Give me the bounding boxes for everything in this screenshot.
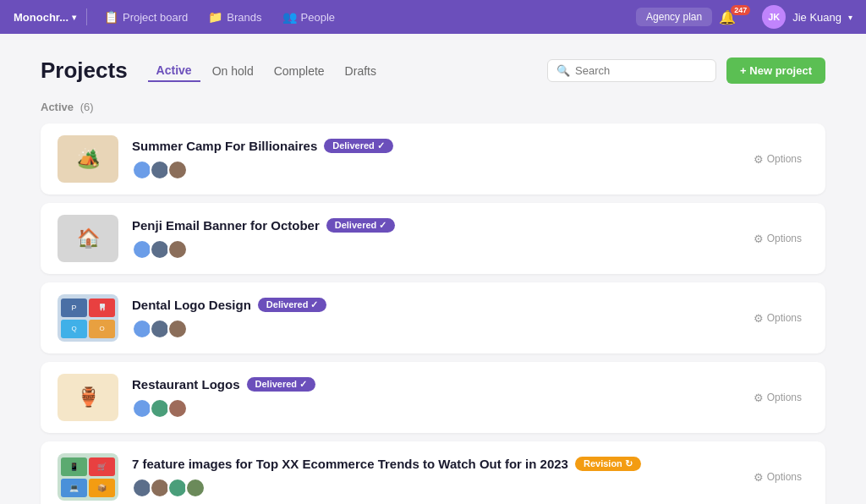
user-avatar: JK [762,5,786,29]
status-badge: Delivered ✓ [258,298,327,312]
notification-area: 🔔 247 [719,9,755,25]
section-label: Active (6) [41,101,825,113]
avatar-group [132,160,733,180]
people-label: People [301,11,335,24]
brand[interactable]: Monochr... ▾ [14,11,76,24]
project-thumb: 🏺 [58,374,118,421]
search-icon: 🔍 [556,64,570,77]
project-name: Penji Email Banner for October Delivered… [132,218,733,233]
avatar [167,239,188,260]
gear-icon: ⚙ [754,233,764,245]
brands-label: Brands [227,11,261,24]
gear-icon: ⚙ [754,153,764,166]
project-info: 7 feature images for Top XX Ecommerce Tr… [132,457,733,498]
gear-icon: ⚙ [754,471,764,484]
options-button[interactable]: ⚙ Options [747,309,808,328]
avatar-group [132,239,733,260]
search-input[interactable] [575,64,707,77]
nav-brands[interactable]: 📁 Brands [201,10,268,24]
notification-badge: 247 [731,5,750,15]
project-thumb: 📱 🛒 💻 📦 [58,453,118,501]
table-row: 🏕️ Summer Camp For Billionaires Delivere… [41,123,825,194]
avatar [167,160,188,180]
project-info: Dental Logo Design Delivered ✓ [132,298,733,339]
status-badge: Delivered ✓ [324,139,393,153]
project-thumb: P 🦷 Q O [58,294,118,342]
project-list: 🏕️ Summer Camp For Billionaires Delivere… [41,123,825,504]
nav-separator-1 [86,8,87,25]
avatar [167,319,188,339]
project-board-icon: 📋 [104,10,118,24]
avatar-group [132,478,733,498]
user-dropdown-icon[interactable]: ▾ [848,13,852,22]
status-badge: Delivered ✓ [326,218,396,233]
main-content: Projects Active On hold Complete Drafts … [0,34,866,504]
project-info: Restaurant Logos Delivered ✓ [132,377,733,419]
status-badge: Revision ↻ [575,457,641,471]
avatar-group [132,319,733,339]
brand-label: Monochr... [14,11,69,24]
options-button[interactable]: ⚙ Options [747,388,808,408]
brand-dropdown-icon: ▾ [72,13,76,22]
tab-complete[interactable]: Complete [266,61,333,81]
table-row: 📱 🛒 💻 📦 7 feature images for Top XX Ecom… [41,441,825,504]
people-icon: 👥 [282,10,297,24]
options-button[interactable]: ⚙ Options [747,468,808,487]
avatar-group [132,398,733,419]
section-title: Active [41,101,74,113]
gear-icon: ⚙ [754,392,764,404]
user-name: Jie Kuang [792,11,841,24]
page-title: Projects [41,58,128,84]
agency-plan-button[interactable]: Agency plan [636,8,712,26]
tab-drafts[interactable]: Drafts [337,61,385,81]
project-info: Penji Email Banner for October Delivered… [132,218,733,260]
status-badge: Delivered ✓ [247,377,316,392]
nav-project-board[interactable]: 📋 Project board [97,10,195,24]
nav-people[interactable]: 👥 People [276,10,342,24]
project-name: 7 feature images for Top XX Ecommerce Tr… [132,457,733,471]
options-button[interactable]: ⚙ Options [747,150,808,169]
tab-active[interactable]: Active [148,60,200,82]
project-name: Summer Camp For Billionaires Delivered ✓ [132,139,733,153]
page-header: Projects Active On hold Complete Drafts … [41,58,825,84]
table-row: 🏠 Penji Email Banner for October Deliver… [41,203,825,274]
project-name: Dental Logo Design Delivered ✓ [132,298,733,312]
table-row: P 🦷 Q O Dental Logo Design Delivered ✓ ⚙… [41,282,825,353]
project-name: Restaurant Logos Delivered ✓ [132,377,733,392]
table-row: 🏺 Restaurant Logos Delivered ✓ ⚙ Options [41,362,825,433]
avatar [167,398,188,419]
project-board-label: Project board [123,11,188,24]
project-thumb: 🏠 [58,215,118,262]
tab-onhold[interactable]: On hold [204,61,262,81]
project-thumb: 🏕️ [58,135,118,183]
section-count: (6) [80,101,94,113]
search-box[interactable]: 🔍 [547,59,716,82]
topnav: Monochr... ▾ 📋 Project board 📁 Brands 👥 … [0,0,866,34]
project-info: Summer Camp For Billionaires Delivered ✓ [132,139,733,180]
options-button[interactable]: ⚙ Options [747,229,808,249]
tabs: Active On hold Complete Drafts [148,60,385,82]
gear-icon: ⚙ [754,312,764,325]
brands-icon: 📁 [208,10,222,24]
new-project-button[interactable]: + New project [726,58,825,84]
avatar [185,478,206,498]
header-right: 🔍 + New project [547,58,825,84]
